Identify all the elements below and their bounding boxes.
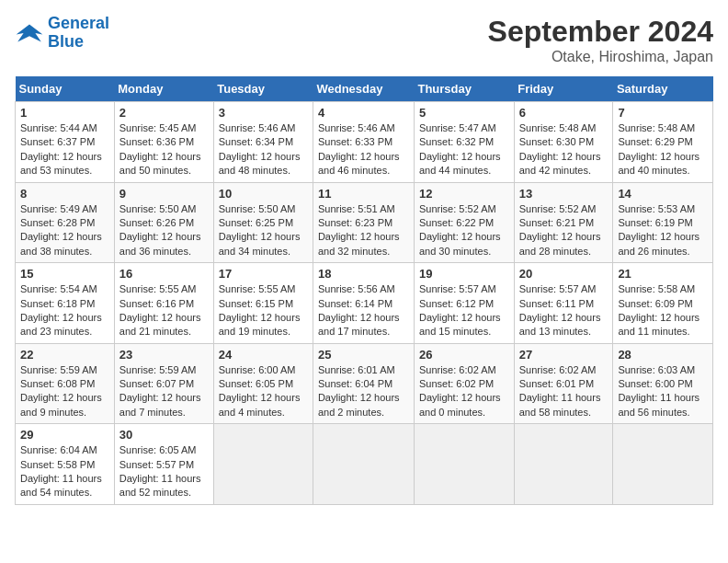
day-number: 5 [419,106,509,120]
day-info: Sunrise: 5:50 AM Sunset: 6:26 PM Dayligh… [119,202,209,259]
calendar-body: 1Sunrise: 5:44 AM Sunset: 6:37 PM Daylig… [16,102,713,505]
day-info: Sunrise: 5:55 AM Sunset: 6:15 PM Dayligh… [219,282,308,339]
day-info: Sunrise: 6:03 AM Sunset: 6:00 PM Dayligh… [618,363,708,420]
day-number: 29 [20,428,109,442]
day-number: 17 [219,267,308,281]
day-number: 11 [318,187,409,201]
weekday-monday: Monday [114,76,213,102]
day-cell: 18Sunrise: 5:56 AM Sunset: 6:14 PM Dayli… [313,263,414,344]
day-number: 6 [519,106,609,120]
day-info: Sunrise: 5:48 AM Sunset: 6:30 PM Dayligh… [519,121,609,178]
day-number: 19 [419,267,509,281]
calendar-header: SundayMondayTuesdayWednesdayThursdayFrid… [16,76,713,102]
logo: General Blue [15,15,109,52]
day-cell [414,424,514,505]
day-info: Sunrise: 6:02 AM Sunset: 6:02 PM Dayligh… [419,363,509,420]
svg-marker-0 [17,24,43,41]
weekday-wednesday: Wednesday [313,76,414,102]
day-cell: 16Sunrise: 5:55 AM Sunset: 6:16 PM Dayli… [114,263,213,344]
day-number: 30 [119,428,209,442]
day-info: Sunrise: 6:00 AM Sunset: 6:05 PM Dayligh… [219,363,308,420]
day-number: 4 [318,106,409,120]
day-number: 25 [318,348,409,362]
day-number: 23 [119,348,209,362]
day-cell: 22Sunrise: 5:59 AM Sunset: 6:08 PM Dayli… [16,343,115,424]
weekday-sunday: Sunday [16,76,115,102]
day-info: Sunrise: 5:59 AM Sunset: 6:07 PM Dayligh… [119,363,209,420]
day-info: Sunrise: 6:04 AM Sunset: 5:58 PM Dayligh… [20,443,109,500]
day-cell: 7Sunrise: 5:48 AM Sunset: 6:29 PM Daylig… [613,102,713,183]
day-info: Sunrise: 5:58 AM Sunset: 6:09 PM Dayligh… [618,282,708,339]
day-cell: 9Sunrise: 5:50 AM Sunset: 6:26 PM Daylig… [114,182,213,263]
title-block: September 2024 Otake, Hiroshima, Japan [488,15,713,65]
day-info: Sunrise: 5:52 AM Sunset: 6:21 PM Dayligh… [519,202,609,259]
day-number: 21 [618,267,708,281]
day-info: Sunrise: 5:53 AM Sunset: 6:19 PM Dayligh… [618,202,708,259]
day-number: 18 [318,267,409,281]
location: Otake, Hiroshima, Japan [488,49,713,65]
day-cell: 4Sunrise: 5:46 AM Sunset: 6:33 PM Daylig… [313,102,414,183]
day-number: 1 [20,106,109,120]
logo-line2: Blue [48,32,84,51]
day-cell: 19Sunrise: 5:57 AM Sunset: 6:12 PM Dayli… [414,263,514,344]
day-number: 7 [618,106,708,120]
day-cell: 27Sunrise: 6:02 AM Sunset: 6:01 PM Dayli… [514,343,613,424]
month-title: September 2024 [488,15,713,49]
day-cell: 11Sunrise: 5:51 AM Sunset: 6:23 PM Dayli… [313,182,414,263]
day-info: Sunrise: 5:57 AM Sunset: 6:12 PM Dayligh… [419,282,509,339]
day-cell [213,424,313,505]
page-header: General Blue September 2024 Otake, Hiros… [15,15,713,65]
day-cell: 24Sunrise: 6:00 AM Sunset: 6:05 PM Dayli… [213,343,313,424]
day-cell: 10Sunrise: 5:50 AM Sunset: 6:25 PM Dayli… [213,182,313,263]
day-info: Sunrise: 5:45 AM Sunset: 6:36 PM Dayligh… [119,121,209,178]
day-cell: 17Sunrise: 5:55 AM Sunset: 6:15 PM Dayli… [213,263,313,344]
day-cell: 20Sunrise: 5:57 AM Sunset: 6:11 PM Dayli… [514,263,613,344]
day-cell [514,424,613,505]
day-cell: 26Sunrise: 6:02 AM Sunset: 6:02 PM Dayli… [414,343,514,424]
day-cell [313,424,414,505]
day-cell: 23Sunrise: 5:59 AM Sunset: 6:07 PM Dayli… [114,343,213,424]
day-cell: 25Sunrise: 6:01 AM Sunset: 6:04 PM Dayli… [313,343,414,424]
day-cell: 14Sunrise: 5:53 AM Sunset: 6:19 PM Dayli… [613,182,713,263]
day-cell: 12Sunrise: 5:52 AM Sunset: 6:22 PM Dayli… [414,182,514,263]
day-number: 26 [419,348,509,362]
day-info: Sunrise: 5:47 AM Sunset: 6:32 PM Dayligh… [419,121,509,178]
week-row-5: 29Sunrise: 6:04 AM Sunset: 5:58 PM Dayli… [16,424,713,505]
weekday-friday: Friday [514,76,613,102]
day-info: Sunrise: 5:54 AM Sunset: 6:18 PM Dayligh… [20,282,109,339]
day-cell: 13Sunrise: 5:52 AM Sunset: 6:21 PM Dayli… [514,182,613,263]
day-info: Sunrise: 6:02 AM Sunset: 6:01 PM Dayligh… [519,363,609,420]
day-number: 24 [219,348,308,362]
week-row-4: 22Sunrise: 5:59 AM Sunset: 6:08 PM Dayli… [16,343,713,424]
day-info: Sunrise: 5:49 AM Sunset: 6:28 PM Dayligh… [20,202,109,259]
day-cell: 21Sunrise: 5:58 AM Sunset: 6:09 PM Dayli… [613,263,713,344]
logo-text: General Blue [48,15,109,52]
day-info: Sunrise: 5:50 AM Sunset: 6:25 PM Dayligh… [219,202,308,259]
day-number: 8 [20,187,109,201]
day-cell: 3Sunrise: 5:46 AM Sunset: 6:34 PM Daylig… [213,102,313,183]
day-cell: 1Sunrise: 5:44 AM Sunset: 6:37 PM Daylig… [16,102,115,183]
day-info: Sunrise: 5:52 AM Sunset: 6:22 PM Dayligh… [419,202,509,259]
week-row-2: 8Sunrise: 5:49 AM Sunset: 6:28 PM Daylig… [16,182,713,263]
day-cell [613,424,713,505]
week-row-3: 15Sunrise: 5:54 AM Sunset: 6:18 PM Dayli… [16,263,713,344]
day-cell: 8Sunrise: 5:49 AM Sunset: 6:28 PM Daylig… [16,182,115,263]
day-number: 10 [219,187,308,201]
day-number: 14 [618,187,708,201]
day-cell: 5Sunrise: 5:47 AM Sunset: 6:32 PM Daylig… [414,102,514,183]
day-cell: 2Sunrise: 5:45 AM Sunset: 6:36 PM Daylig… [114,102,213,183]
day-cell: 30Sunrise: 6:05 AM Sunset: 5:57 PM Dayli… [114,424,213,505]
day-info: Sunrise: 5:44 AM Sunset: 6:37 PM Dayligh… [20,121,109,178]
day-info: Sunrise: 6:05 AM Sunset: 5:57 PM Dayligh… [119,443,209,500]
day-info: Sunrise: 5:59 AM Sunset: 6:08 PM Dayligh… [20,363,109,420]
day-number: 2 [119,106,209,120]
day-info: Sunrise: 5:46 AM Sunset: 6:34 PM Dayligh… [219,121,308,178]
logo-line1: General [48,14,109,32]
day-info: Sunrise: 5:46 AM Sunset: 6:33 PM Dayligh… [318,121,409,178]
weekday-header-row: SundayMondayTuesdayWednesdayThursdayFrid… [16,76,713,102]
day-info: Sunrise: 6:01 AM Sunset: 6:04 PM Dayligh… [318,363,409,420]
day-number: 13 [519,187,609,201]
day-cell: 29Sunrise: 6:04 AM Sunset: 5:58 PM Dayli… [16,424,115,505]
weekday-tuesday: Tuesday [213,76,313,102]
day-number: 27 [519,348,609,362]
